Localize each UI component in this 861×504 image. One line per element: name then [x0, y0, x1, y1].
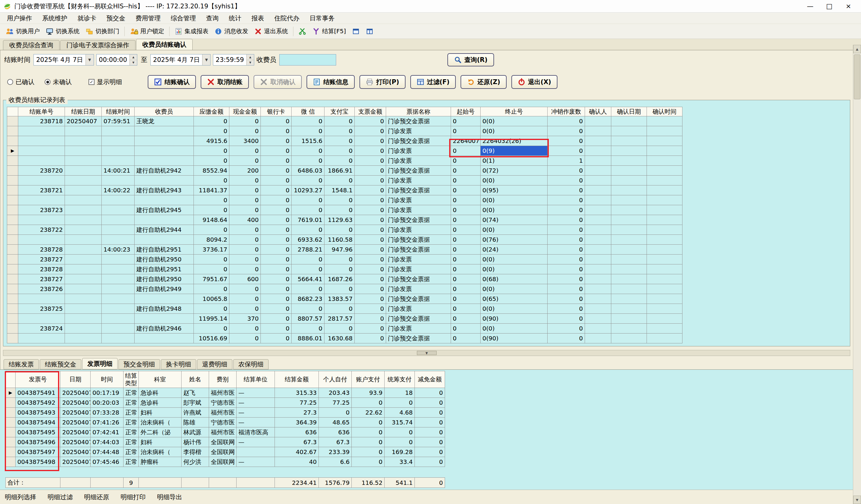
- table-cell[interactable]: [7, 255, 18, 264]
- table-cell[interactable]: —: [236, 398, 275, 408]
- table-cell[interactable]: 赵飞: [181, 388, 209, 398]
- table-cell[interactable]: 0: [548, 274, 585, 284]
- menu-fee-management[interactable]: 费用管理: [131, 13, 166, 24]
- table-cell[interactable]: [647, 215, 682, 225]
- tab-settlement-prepayment[interactable]: 结账预交金: [40, 359, 81, 369]
- table-cell[interactable]: 0: [385, 427, 415, 437]
- table-cell[interactable]: [7, 284, 18, 294]
- table-cell[interactable]: [7, 225, 18, 235]
- table-cell[interactable]: 0: [194, 146, 229, 156]
- table-cell[interactable]: 07:44:03: [91, 437, 124, 447]
- table-cell[interactable]: 0: [261, 255, 291, 264]
- column-header[interactable]: 冲销作废数: [548, 107, 585, 117]
- table-cell[interactable]: [65, 205, 102, 215]
- table-cell[interactable]: 0: [261, 333, 291, 343]
- table-cell[interactable]: [611, 333, 647, 343]
- filter-button[interactable]: 过滤(F): [410, 75, 456, 89]
- table-cell[interactable]: 0(74): [481, 215, 548, 225]
- table-cell[interactable]: 2264007: [451, 136, 481, 146]
- column-header[interactable]: 应缴金额: [194, 107, 229, 117]
- table-cell[interactable]: 40: [275, 457, 319, 467]
- table-cell[interactable]: 0: [355, 136, 386, 146]
- table-cell[interactable]: 238723: [18, 205, 65, 215]
- table-cell[interactable]: [18, 195, 65, 205]
- table-cell[interactable]: 正常: [124, 418, 139, 427]
- settle-button[interactable]: 结算[F5]: [309, 25, 349, 38]
- table-cell[interactable]: 0: [355, 205, 386, 215]
- table-cell[interactable]: 0: [451, 324, 481, 333]
- table-cell[interactable]: —: [236, 388, 275, 398]
- table-cell[interactable]: 0: [291, 225, 325, 235]
- table-cell[interactable]: [7, 294, 18, 304]
- table-cell[interactable]: [135, 235, 194, 245]
- table-cell[interactable]: [135, 294, 194, 304]
- table-cell[interactable]: 238722: [18, 225, 65, 235]
- table-cell[interactable]: 0: [355, 126, 386, 136]
- table-cell[interactable]: 4915.6: [194, 136, 229, 146]
- table-cell[interactable]: —: [236, 437, 275, 447]
- table-cell[interactable]: 0: [548, 324, 585, 333]
- table-cell[interactable]: 238725: [18, 304, 65, 314]
- detail-print[interactable]: 明细打印: [121, 493, 146, 501]
- table-cell[interactable]: 正常: [124, 457, 139, 467]
- table-cell[interactable]: 67.3: [319, 437, 352, 447]
- table-cell[interactable]: 8807.57: [291, 314, 325, 324]
- table-cell[interactable]: 0: [291, 255, 325, 264]
- table-cell[interactable]: 0: [229, 333, 261, 343]
- table-cell[interactable]: 0: [261, 176, 291, 186]
- column-header[interactable]: 时间: [91, 371, 124, 388]
- table-cell[interactable]: [65, 146, 102, 156]
- table-cell[interactable]: 妇科: [139, 408, 181, 418]
- table-cell[interactable]: 93.9: [352, 388, 385, 398]
- table-cell[interactable]: 门诊发票: [386, 146, 451, 156]
- query-button[interactable]: 查询(R): [447, 53, 494, 66]
- table-row[interactable]: 238727建行自助机29507951.6760005664.411687.26…: [7, 274, 682, 284]
- table-cell[interactable]: 0043875493: [16, 408, 60, 418]
- table-cell[interactable]: 门诊发票: [386, 304, 451, 314]
- vertical-scrollbar[interactable]: ▲ ▼: [853, 45, 861, 504]
- chevron-down-icon[interactable]: ▼: [85, 54, 94, 65]
- table-cell[interactable]: [236, 447, 275, 457]
- table-cell[interactable]: 07:42:41: [91, 427, 124, 437]
- table-cell[interactable]: 门诊预交金票据: [386, 245, 451, 255]
- table-cell[interactable]: [647, 294, 682, 304]
- table-cell[interactable]: 0: [451, 186, 481, 195]
- table-cell[interactable]: 0: [548, 304, 585, 314]
- table-cell[interactable]: 3736.17: [194, 245, 229, 255]
- table-cell[interactable]: [585, 126, 611, 136]
- table-cell[interactable]: 233.39: [319, 447, 352, 457]
- table-cell[interactable]: [135, 195, 194, 205]
- table-cell[interactable]: 0: [415, 388, 445, 398]
- column-header[interactable]: 微 信: [291, 107, 325, 117]
- column-header[interactable]: 日期: [60, 371, 91, 388]
- table-cell[interactable]: 门诊发票: [386, 156, 451, 166]
- column-header[interactable]: 结账单号: [18, 107, 65, 117]
- table-cell[interactable]: 315.74: [385, 418, 415, 427]
- table-cell[interactable]: [65, 245, 102, 255]
- table-cell[interactable]: [18, 235, 65, 245]
- table-cell[interactable]: 1383.57: [325, 294, 355, 304]
- table-cell[interactable]: 0: [194, 117, 229, 126]
- table-cell[interactable]: 0: [451, 176, 481, 186]
- table-cell[interactable]: [7, 264, 18, 274]
- table-cell[interactable]: 0: [325, 264, 355, 274]
- table-row[interactable]: 23872814:00:23建行自助机29513736.17002788.219…: [7, 245, 682, 255]
- table-cell[interactable]: 20250407: [65, 117, 102, 126]
- table-cell[interactable]: 0(90): [481, 333, 548, 343]
- table-cell[interactable]: 建行自助机2943: [135, 186, 194, 195]
- table-cell[interactable]: [65, 324, 102, 333]
- table-cell[interactable]: 20250407: [60, 457, 91, 467]
- table-cell[interactable]: [7, 126, 18, 136]
- table-cell[interactable]: 0: [355, 304, 386, 314]
- table-cell[interactable]: 0: [261, 304, 291, 314]
- table-cell[interactable]: 3400: [229, 136, 261, 146]
- table-cell[interactable]: 203.43: [319, 388, 352, 398]
- table-cell[interactable]: 0: [355, 294, 386, 304]
- maximize-button[interactable]: □: [820, 0, 839, 13]
- table-cell[interactable]: 0: [548, 186, 585, 195]
- table-cell[interactable]: 636: [319, 427, 352, 437]
- table-cell[interactable]: 2817.57: [325, 314, 355, 324]
- table-cell[interactable]: [65, 294, 102, 304]
- table-cell[interactable]: [647, 146, 682, 156]
- menu-system-maintenance[interactable]: 系统维护: [37, 13, 72, 24]
